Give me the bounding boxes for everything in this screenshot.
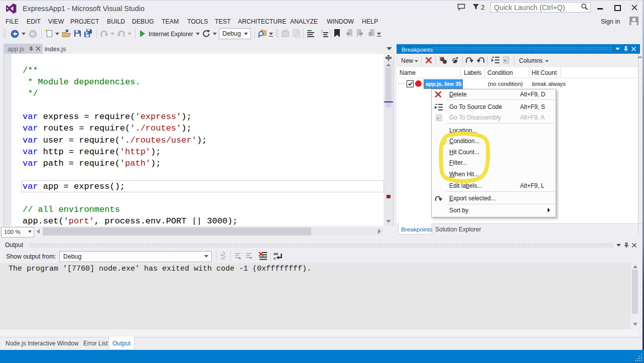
svg-text:c: c (274, 256, 276, 261)
svg-text:ab: ab (274, 252, 278, 256)
svg-text:'2: '2 (320, 30, 324, 34)
